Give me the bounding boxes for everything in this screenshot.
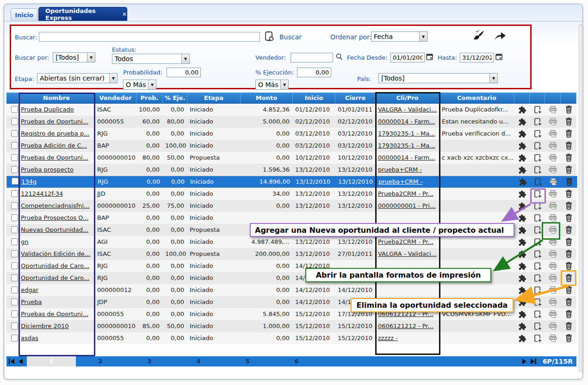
printer-icon[interactable] xyxy=(548,141,557,150)
opportunity-name-link[interactable]: 134g xyxy=(21,178,37,185)
printer-icon[interactable] xyxy=(548,105,557,114)
add-opportunity-icon[interactable] xyxy=(533,129,542,138)
buscar-por-select[interactable]: [Todos]▼ xyxy=(53,52,95,62)
row-checkbox[interactable] xyxy=(11,130,18,137)
printer-icon[interactable] xyxy=(548,261,557,271)
printer-icon[interactable] xyxy=(548,237,557,247)
puzzle-icon[interactable] xyxy=(518,177,527,186)
trash-icon[interactable] xyxy=(564,298,573,307)
add-opportunity-icon[interactable] xyxy=(533,117,542,126)
opportunity-name-link[interactable]: gn xyxy=(21,238,29,245)
page-button-1[interactable]: 1 xyxy=(27,356,76,366)
row-checkbox[interactable] xyxy=(11,310,18,317)
puzzle-icon[interactable] xyxy=(518,249,527,259)
opportunity-name-link[interactable]: Pruebas de Oportuni... xyxy=(21,118,88,125)
printer-icon[interactable] xyxy=(548,189,557,199)
trash-icon[interactable] xyxy=(564,141,573,150)
pais-select[interactable]: [Todos]▼ xyxy=(378,73,498,83)
add-opportunity-icon[interactable] xyxy=(533,201,542,211)
trash-icon[interactable] xyxy=(564,201,573,211)
search-document-icon[interactable] xyxy=(264,31,276,44)
puzzle-icon[interactable] xyxy=(518,273,527,283)
ejecucion-operator-select[interactable]: O Más▼ xyxy=(255,80,289,90)
opportunity-name-link[interactable]: Prueba Prospectos O... xyxy=(21,214,88,221)
client-prospect-link[interactable]: VALGRA - Validaci... xyxy=(378,250,437,257)
add-opportunity-icon[interactable] xyxy=(533,105,542,114)
printer-icon[interactable] xyxy=(548,298,557,307)
row-checkbox[interactable] xyxy=(11,166,18,173)
trash-icon[interactable] xyxy=(564,261,573,271)
trash-icon[interactable] xyxy=(564,165,573,174)
trash-icon[interactable] xyxy=(564,213,573,223)
client-prospect-link[interactable]: prueba+CRM - xyxy=(378,178,422,185)
puzzle-icon[interactable] xyxy=(518,189,527,199)
trash-icon[interactable] xyxy=(564,334,573,343)
client-prospect-link[interactable]: 0000000001 - Pri... xyxy=(378,202,436,209)
table-row[interactable]: 12124412f-34JJD0,000,00Iniciado34,0013/1… xyxy=(6,188,576,200)
fecha-desde-input[interactable] xyxy=(390,53,425,62)
opportunity-name-link[interactable]: Validación Edición de... xyxy=(21,250,90,257)
column-header-9[interactable]: Comentario xyxy=(439,93,514,104)
add-opportunity-icon[interactable] xyxy=(533,213,542,223)
puzzle-icon[interactable] xyxy=(518,225,527,235)
clean-filters-broom-icon[interactable] xyxy=(472,29,486,44)
row-checkbox[interactable] xyxy=(11,298,18,305)
puzzle-icon[interactable] xyxy=(518,105,527,114)
trash-icon[interactable] xyxy=(564,225,573,235)
printer-icon[interactable] xyxy=(548,129,557,138)
opportunity-name-link[interactable]: asdas xyxy=(21,335,38,342)
puzzle-icon[interactable] xyxy=(518,237,527,247)
trash-icon[interactable] xyxy=(564,322,573,331)
tab-oportunidades-express[interactable]: Oportunidades Express ✕ xyxy=(38,7,127,21)
hasta-input[interactable] xyxy=(460,53,494,62)
printer-icon[interactable] xyxy=(548,322,557,331)
row-checkbox[interactable] xyxy=(11,238,18,245)
estatus-select[interactable]: Todos▼ xyxy=(112,54,190,64)
tab-close-icon[interactable]: ✕ xyxy=(122,11,127,18)
client-prospect-link[interactable]: Prueba2CRM - Pr... xyxy=(378,190,433,197)
opportunity-name-link[interactable]: edgar xyxy=(21,286,38,293)
add-opportunity-icon[interactable] xyxy=(533,298,542,307)
puzzle-icon[interactable] xyxy=(518,261,527,271)
row-checkbox[interactable] xyxy=(11,226,18,233)
tab-inicio[interactable]: Inicio xyxy=(11,8,37,21)
add-opportunity-icon[interactable] xyxy=(533,141,542,150)
row-checkbox[interactable] xyxy=(11,274,18,281)
row-checkbox[interactable] xyxy=(11,202,18,209)
puzzle-icon[interactable] xyxy=(518,201,527,211)
printer-icon[interactable] xyxy=(548,310,557,319)
row-checkbox[interactable] xyxy=(11,286,18,293)
page-button-5[interactable]: 5 xyxy=(223,356,272,366)
trash-icon[interactable] xyxy=(564,286,573,295)
etapa-select[interactable]: Abiertas (sin cerrar)▼ xyxy=(37,73,118,83)
first-page-icon[interactable] xyxy=(8,358,15,365)
add-opportunity-icon[interactable] xyxy=(533,334,542,343)
page-button-6[interactable]: 6 xyxy=(272,356,321,366)
opportunity-name-link[interactable]: Oportunidad de Caro... xyxy=(21,262,89,269)
column-header-4[interactable]: Etapa xyxy=(187,93,241,104)
printer-icon[interactable] xyxy=(548,213,557,223)
add-opportunity-icon[interactable] xyxy=(533,322,542,331)
trash-icon[interactable] xyxy=(564,310,573,319)
client-prospect-link[interactable]: VALGRA - Validaci... xyxy=(378,106,437,113)
trash-icon[interactable] xyxy=(564,177,574,186)
client-prospect-link[interactable]: 00000014 - Farm... xyxy=(378,154,435,161)
opportunity-name-link[interactable]: Oportunidad de Caro... xyxy=(21,274,89,281)
client-prospect-link[interactable]: 17930235-1 - Ma... xyxy=(378,130,435,137)
add-opportunity-icon[interactable] xyxy=(533,261,542,271)
column-header-2[interactable]: Prob. xyxy=(136,93,163,104)
table-row[interactable]: edgar0000000120,000,00Iniciado0,0014/12/… xyxy=(6,284,576,296)
table-row[interactable]: Prueba Adición de C...BAP0,00100,00Inici… xyxy=(6,140,576,152)
puzzle-icon[interactable] xyxy=(518,165,527,174)
scrollbar[interactable] xyxy=(579,25,583,372)
table-row[interactable]: Competenciadnsjsfnj...000000001025,0075,… xyxy=(6,200,576,212)
last-page-icon[interactable] xyxy=(530,358,537,365)
opportunity-name-link[interactable]: Prueba Adición de C... xyxy=(21,142,87,149)
trash-icon[interactable] xyxy=(564,249,573,259)
printer-icon[interactable] xyxy=(548,153,557,162)
opportunity-name-link[interactable]: Diciembre 2010 xyxy=(21,323,69,329)
previous-page-icon[interactable] xyxy=(17,358,24,365)
puzzle-icon[interactable] xyxy=(518,141,527,150)
add-opportunity-icon[interactable] xyxy=(533,237,542,247)
opportunity-name-link[interactable]: Prueba prospecto xyxy=(21,166,74,173)
